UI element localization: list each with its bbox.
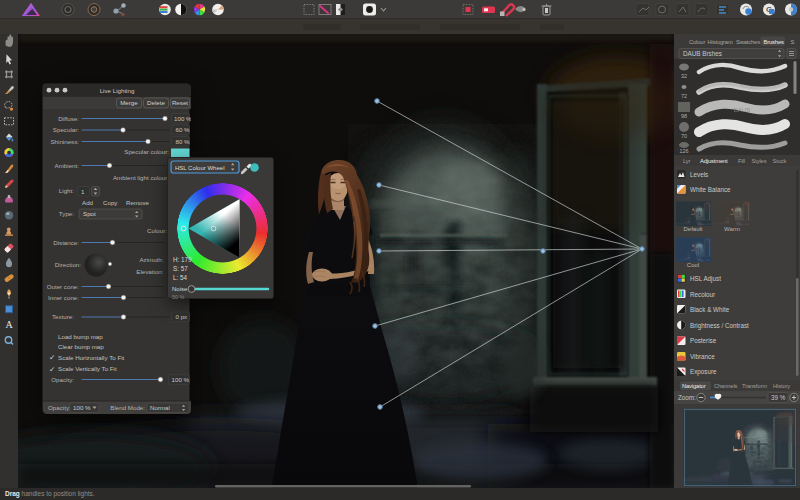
svg-text:Remove: Remove (126, 199, 150, 206)
svg-text:Blend Mode:: Blend Mode: (110, 404, 145, 411)
svg-text:Clear bump map: Clear bump map (58, 343, 104, 350)
svg-text:HSL Adjust: HSL Adjust (690, 275, 721, 283)
svg-text:Transform: Transform (742, 383, 767, 389)
svg-text:Inner cone:: Inner cone: (48, 294, 79, 301)
svg-text:Live Lighting: Live Lighting (100, 87, 135, 94)
svg-text:Merge: Merge (120, 99, 138, 106)
svg-text:Colour:: Colour: (147, 227, 167, 234)
svg-text:100 %: 100 % (73, 404, 91, 411)
svg-text:Black & White: Black & White (690, 306, 730, 313)
svg-text:Scale Horizontally To Fit: Scale Horizontally To Fit (58, 354, 125, 361)
svg-text:Warm: Warm (724, 226, 740, 232)
svg-text:Distance:: Distance: (53, 239, 79, 246)
svg-text:Stock: Stock (773, 158, 787, 164)
svg-text:Copy: Copy (103, 199, 118, 206)
svg-text:50 %: 50 % (172, 294, 184, 300)
svg-text:Type:: Type: (59, 210, 74, 217)
svg-text:Specular:: Specular: (53, 126, 79, 133)
svg-text:Diffuse:: Diffuse: (58, 115, 79, 122)
svg-text:Styles: Styles (752, 158, 767, 164)
svg-text:100 %: 100 % (174, 115, 191, 122)
svg-text:72: 72 (681, 93, 687, 99)
svg-text:Vibrance: Vibrance (690, 353, 715, 360)
svg-text:Shininess:: Shininess: (50, 138, 79, 145)
svg-text:126: 126 (680, 148, 689, 154)
svg-text:H: 179: H: 179 (173, 256, 192, 263)
svg-text:60 %: 60 % (176, 126, 191, 133)
svg-text:History: History (773, 383, 790, 389)
svg-text:Normal: Normal (150, 404, 170, 411)
svg-text:Posterise: Posterise (690, 337, 717, 344)
svg-text:Outer cone:: Outer cone: (47, 283, 80, 290)
svg-text:Ambient light colour:: Ambient light colour: (113, 174, 169, 181)
svg-text:Opacity:: Opacity: (51, 376, 74, 383)
svg-text:0 px: 0 px (176, 313, 189, 320)
svg-text:Specular colour:: Specular colour: (124, 148, 169, 155)
svg-text:Lyr: Lyr (683, 158, 691, 164)
svg-text:Opacity:: Opacity: (48, 404, 71, 411)
svg-text:Channels: Channels (714, 383, 738, 389)
svg-text:Levels: Levels (690, 171, 708, 178)
svg-text:Light:: Light: (59, 187, 74, 194)
svg-text:Texture:: Texture: (52, 313, 74, 320)
svg-text:Load bump map: Load bump map (58, 333, 103, 340)
svg-text:Navigator: Navigator (682, 383, 706, 389)
svg-text:Exposure: Exposure (690, 368, 717, 376)
svg-text:Noise: Noise (172, 286, 188, 292)
svg-text:A: A (5, 319, 13, 330)
svg-text:Fill: Fill (738, 158, 745, 164)
svg-text:S: 57: S: 57 (173, 265, 188, 272)
svg-text:✓: ✓ (49, 365, 55, 374)
svg-text:Brushes: Brushes (764, 39, 784, 45)
svg-text:80 %: 80 % (176, 138, 191, 145)
svg-text:L: 54: L: 54 (173, 274, 188, 281)
svg-text:Histogram: Histogram (708, 39, 733, 45)
svg-text:32: 32 (681, 73, 687, 79)
svg-text:Spot: Spot (83, 210, 96, 217)
svg-text:Ambient:: Ambient: (55, 162, 80, 169)
svg-text:S: S (791, 39, 795, 45)
svg-text:Swatches: Swatches (736, 39, 760, 45)
svg-text:DAUB Brshes: DAUB Brshes (683, 50, 722, 57)
svg-text:Reset: Reset (172, 99, 188, 106)
svg-text:98: 98 (681, 113, 687, 119)
svg-text:Direction:: Direction: (55, 261, 81, 268)
svg-text:39 %: 39 % (771, 394, 786, 401)
svg-text:Azimuth:: Azimuth: (139, 256, 163, 263)
svg-text:✓: ✓ (49, 353, 55, 362)
svg-text:Zoom:: Zoom: (678, 394, 696, 401)
svg-text:Add: Add (82, 199, 94, 206)
svg-text:70: 70 (681, 133, 687, 139)
svg-text:Default: Default (683, 226, 702, 232)
svg-text:Adjustment: Adjustment (700, 158, 728, 164)
svg-text:DAUB: DAUB (734, 107, 751, 113)
svg-text:1: 1 (81, 188, 85, 195)
svg-text:Cool: Cool (687, 262, 699, 268)
svg-text:Colour: Colour (689, 39, 705, 45)
svg-text:100 %: 100 % (172, 376, 190, 383)
svg-text:HSL Colour Wheel: HSL Colour Wheel (175, 165, 224, 171)
svg-text:Elevation:: Elevation: (136, 268, 163, 275)
svg-text:Delete: Delete (147, 99, 165, 106)
svg-text:Brightness / Contrast: Brightness / Contrast (690, 322, 749, 330)
svg-text:Recolour: Recolour (690, 291, 715, 298)
svg-text:White Balance: White Balance (690, 186, 731, 193)
svg-text:Scale Vertically To Fit: Scale Vertically To Fit (58, 365, 117, 372)
